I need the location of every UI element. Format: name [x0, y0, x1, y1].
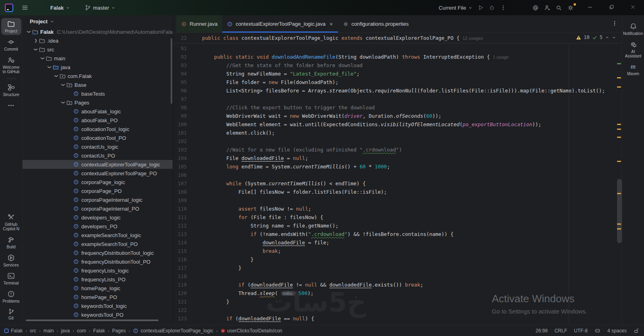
tree-item[interactable]: ❯java [23, 63, 173, 72]
tree-item[interactable]: CfrequencyLists_PO [23, 275, 173, 284]
breadcrumb-item[interactable]: Pages [112, 328, 126, 334]
tree-chevron-icon[interactable]: ❯ [61, 82, 65, 88]
code-viewport[interactable]: 9192 public static void downloadAndRenam… [173, 43, 622, 325]
breadcrumb-item[interactable]: java [61, 328, 70, 334]
tree-chevron-icon[interactable]: ❯ [33, 39, 39, 43]
tree-item[interactable]: CcontextualExplorerToolPage_PO [23, 169, 173, 178]
tool-problems[interactable]: Problems [1, 288, 21, 305]
close-button[interactable] [625, 2, 641, 14]
breadcrumb-item[interactable]: muserClicksToolDetailsIcon [221, 328, 283, 334]
read-only-toggle-widget[interactable] [634, 328, 639, 334]
tree-item[interactable]: Cdevelopers_PO [23, 222, 173, 231]
tool-ai-assistant[interactable]: AI Assistant [623, 39, 643, 60]
tab-contextualexplorertoolpage_logic-java[interactable]: CcontextualExplorerToolPage_logic.java× [222, 15, 338, 33]
breadcrumb-item[interactable]: src [30, 328, 36, 334]
project-scrollbar-horizontal[interactable] [26, 320, 159, 321]
tree-item[interactable]: CcollocationTool_logic [23, 125, 173, 133]
more-actions-button[interactable] [497, 3, 509, 12]
tab-close-icon[interactable]: × [329, 21, 333, 27]
tree-item[interactable]: CaboutFalak_logic [23, 107, 173, 116]
project-selector[interactable]: Falak [48, 3, 72, 12]
tool-git[interactable]: Git [1, 306, 21, 322]
editor-options-button[interactable] [607, 18, 622, 29]
tab-configurations-properties[interactable]: configurations.properties [338, 15, 413, 33]
class-icon: C [133, 328, 138, 334]
tab-runner-java[interactable]: Runner.java [176, 15, 222, 33]
editor-scrollbar[interactable] [617, 179, 622, 243]
maximize-button[interactable] [604, 2, 619, 14]
tree-item[interactable]: CaboutFalak_PO [23, 116, 173, 125]
tree-item[interactable]: CcollocationTool_PO [23, 133, 173, 142]
tree-item[interactable]: CkeywordsTool_logic [23, 301, 173, 310]
tree-item[interactable]: ❯.idea [23, 36, 173, 45]
tool-welcome-github[interactable]: Welcome to GitHub [1, 54, 21, 76]
tool-build[interactable]: Build [1, 234, 21, 251]
project-panel-header[interactable]: Project [23, 15, 173, 27]
breadcrumb-item[interactable]: main [43, 328, 54, 334]
tree-item[interactable]: ❯main [23, 54, 173, 63]
search-everywhere-button[interactable] [553, 3, 565, 13]
code-with-me-button[interactable] [530, 3, 541, 13]
settings-button[interactable] [565, 3, 576, 13]
tree-item[interactable]: CfrequencyDistributionTool_PO [23, 257, 173, 266]
tree-chevron-icon[interactable]: ❯ [27, 29, 31, 35]
tool-maven[interactable]: mMaven [623, 61, 643, 78]
indent-style-widget[interactable]: 4 spaces [607, 328, 627, 334]
vcs-branch-selector[interactable]: master [82, 3, 118, 12]
code-line: 92 public static void downloadAndRenameF… [173, 53, 622, 61]
breadcrumb-item[interactable]: Falak [93, 328, 105, 334]
breadcrumb-item[interactable]: CcontextualExplorerToolPage_logic [133, 328, 213, 334]
tree-item[interactable]: ChomePage_logic [23, 284, 173, 293]
run-button[interactable] [475, 3, 486, 12]
invite-collaborator-button[interactable] [541, 3, 553, 13]
folder-icon [39, 38, 46, 44]
tool-terminal[interactable]: Terminal [1, 270, 21, 287]
tree-item[interactable]: CcorporaPage_logic [23, 178, 173, 186]
tree-item[interactable]: CbaseTests [23, 89, 173, 98]
tree-chevron-icon[interactable]: ❯ [61, 99, 65, 106]
tree-item[interactable]: CfrequencyDistributionTool_logic [23, 248, 173, 257]
tree-item[interactable]: ❯FalakC:\Users\Dell\Desktop\Mohamed\Auto… [23, 27, 173, 36]
caret-position-widget[interactable]: 26:98 [536, 328, 548, 334]
tree-item[interactable]: CkeywordsTool_PO [23, 310, 173, 319]
line-separator-widget[interactable]: CRLF [555, 328, 567, 334]
minimize-button[interactable] [582, 2, 598, 14]
tree-item[interactable]: CfrequencyLists_logic [23, 266, 173, 275]
inspections-widget[interactable]: 105 [576, 35, 616, 40]
tree-item[interactable]: CcorporaPage_PO [23, 186, 173, 195]
tree-item[interactable]: CcorporaPageInternal_PO [23, 204, 173, 213]
tree-item[interactable]: Cdevelopers_logic [23, 213, 173, 222]
tree-item[interactable]: CexampleSearchTool_logic [23, 231, 173, 240]
tree-chevron-icon[interactable]: ❯ [41, 55, 45, 61]
file-encoding-widget[interactable]: UTF-8 [574, 328, 588, 334]
breadcrumb-separator: › [128, 328, 130, 333]
tree-item[interactable]: ❯Pages [23, 98, 173, 107]
tree-item[interactable]: ❯Base [23, 80, 173, 89]
main-menu-button[interactable] [19, 2, 31, 13]
tree-chevron-icon[interactable]: ❯ [47, 64, 52, 70]
tree-item[interactable]: ChomePage_PO [23, 293, 173, 301]
tree-item[interactable]: CexampleSearchTool_PO [23, 240, 173, 248]
tool-structure[interactable]: Structure [1, 82, 21, 98]
tool-services[interactable]: Services [1, 252, 21, 269]
tree-item[interactable]: CcontactUs_logic [23, 142, 173, 151]
project-scrollbar-vertical[interactable] [171, 38, 172, 104]
copilot-status-widget[interactable] [594, 328, 601, 334]
tool-more[interactable] [1, 100, 21, 112]
breadcrumb-item[interactable]: com [77, 328, 86, 334]
tool-notifications[interactable]: Notifications [623, 20, 643, 37]
tree-item[interactable]: ❯com.Falak [23, 72, 173, 80]
tool-github-copilot[interactable]: GitHub Copilot N [1, 211, 21, 233]
tool-commit[interactable]: Commit [1, 36, 21, 53]
debug-button[interactable] [486, 3, 497, 12]
tree-item[interactable]: CcontactUs_PO [23, 151, 173, 160]
tool-project[interactable]: Project [1, 18, 21, 35]
tree-chevron-icon[interactable]: ❯ [34, 46, 38, 53]
breadcrumb-item[interactable]: Falak [4, 328, 23, 334]
run-configuration-selector[interactable]: Current File [436, 3, 475, 12]
tree-item[interactable]: CcorporaPageInternal_logic [23, 195, 173, 204]
tree-chevron-icon[interactable]: ❯ [54, 73, 58, 79]
tree-item[interactable]: CcontextualExplorerToolPage_logic [23, 160, 173, 169]
svg-text:C: C [75, 189, 77, 192]
tree-item[interactable]: ❯src [23, 45, 173, 54]
